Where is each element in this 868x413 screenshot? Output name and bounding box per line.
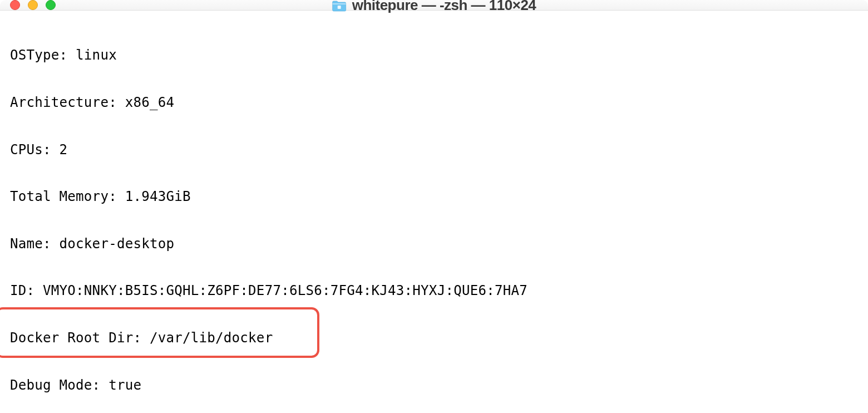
output-line: Architecture: x86_64: [10, 95, 858, 110]
output-line: Name: docker-desktop: [10, 236, 858, 252]
titlebar: whitepure — -zsh — 110×24: [0, 0, 868, 11]
output-line: Total Memory: 1.943GiB: [10, 189, 858, 204]
output-line: ID: VMYO:NNKY:B5IS:GQHL:Z6PF:DE77:6LS6:7…: [10, 283, 858, 298]
terminal-window: whitepure — -zsh — 110×24 OSType: linux …: [0, 0, 868, 413]
output-line: OSType: linux: [10, 47, 858, 63]
traffic-lights: [10, 0, 56, 10]
output-line: Docker Root Dir: /var/lib/docker: [10, 330, 858, 346]
output-line: CPUs: 2: [10, 142, 858, 158]
minimize-icon[interactable]: [28, 0, 38, 10]
close-icon[interactable]: [10, 0, 20, 10]
folder-icon: [332, 0, 347, 11]
terminal-body[interactable]: OSType: linux Architecture: x86_64 CPUs:…: [0, 11, 868, 413]
maximize-icon[interactable]: [46, 0, 56, 10]
output-line: Debug Mode: true: [10, 377, 858, 393]
